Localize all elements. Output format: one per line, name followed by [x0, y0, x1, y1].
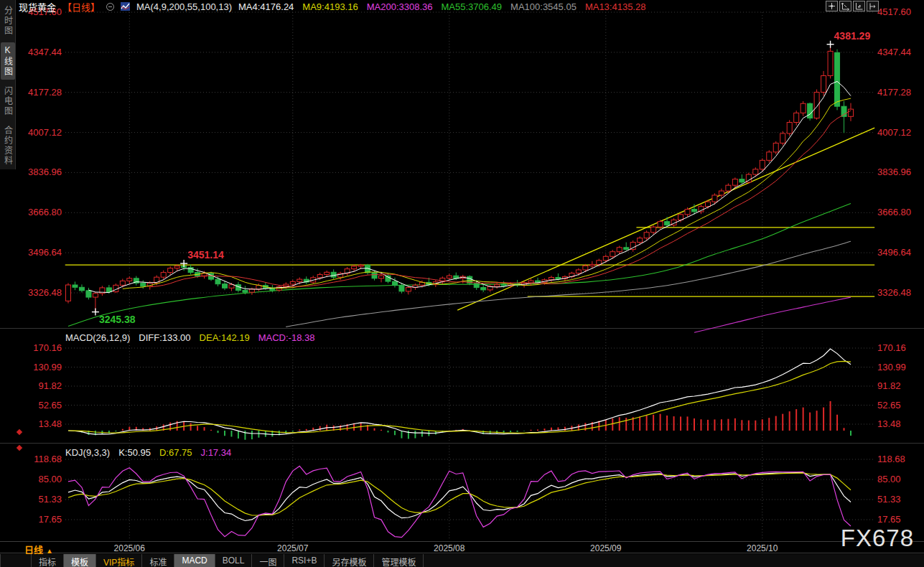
price-axis-label: 85.00 — [877, 474, 901, 484]
x-axis-label: 2025/06 — [104, 543, 154, 553]
ma-value-ma100: MA100:3545.05 — [510, 1, 577, 12]
candle — [589, 264, 594, 266]
axis-zoom-in-icon[interactable] — [839, 1, 851, 11]
candle — [576, 270, 581, 273]
tab-standard[interactable]: 标准 — [142, 554, 174, 567]
price-axis-label: 51.33 — [877, 494, 901, 505]
sidebar-item-contract-info[interactable]: 合约资料 — [1, 123, 15, 169]
candle — [161, 273, 166, 278]
crosshair-move-icon[interactable] — [826, 1, 838, 11]
candle — [243, 291, 248, 293]
candle — [597, 261, 602, 265]
price-axis-label: 85.00 — [38, 474, 62, 484]
tab-manage-template[interactable]: 管理模板 — [374, 554, 424, 567]
price-axis-label: 17.65 — [877, 514, 901, 525]
candle — [352, 266, 357, 269]
price-axis-label: 130.99 — [877, 362, 906, 372]
price-axis-label: 3326.48 — [28, 287, 62, 298]
tab-templates[interactable]: 模板 — [64, 554, 96, 567]
kline-icon — [121, 2, 130, 11]
candle — [712, 195, 717, 202]
candle — [808, 103, 813, 118]
candle — [624, 248, 629, 250]
sidebar-item-lightning-chart[interactable]: 闪电图 — [1, 83, 15, 119]
kdj-label-row: KDJ(9,3,3) K:50.95D:67.75J:17.34 — [65, 447, 231, 458]
candle — [726, 185, 731, 191]
candle — [386, 276, 391, 281]
tab-vip-indicators[interactable]: VIP指标 — [96, 554, 142, 567]
candle — [767, 152, 772, 160]
tab-save-template[interactable]: 另存模板 — [325, 554, 374, 567]
candle — [256, 286, 261, 289]
price-axis-label: 3836.96 — [877, 167, 911, 177]
candle — [794, 113, 799, 122]
candle — [317, 275, 322, 278]
tab-indicators[interactable]: 指标 — [31, 554, 64, 567]
ma4-line — [88, 81, 851, 292]
price-annotation: 4381.29 — [834, 30, 871, 42]
macd-dea-line — [68, 361, 851, 433]
candle — [753, 169, 758, 174]
candle — [780, 133, 785, 143]
ma-value-ma13: MA13:4135.28 — [585, 1, 646, 12]
price-annotation: 3245.38 — [99, 314, 136, 325]
candle — [658, 222, 663, 228]
collapse-icon[interactable] — [106, 3, 114, 11]
price-axis-label: 118.68 — [34, 454, 62, 464]
candle — [290, 281, 295, 284]
candle — [79, 287, 84, 291]
price-axis-label: 3666.80 — [877, 207, 911, 217]
tab-macd[interactable]: MACD — [174, 554, 215, 567]
candle — [447, 276, 452, 278]
tab-one-chart[interactable]: 一图 — [252, 554, 284, 567]
price-axis-label: 4517.60 — [877, 6, 911, 17]
candle — [120, 281, 125, 285]
candle — [841, 106, 846, 116]
candle — [556, 277, 561, 278]
candle — [215, 279, 220, 284]
candle — [760, 160, 765, 169]
candle — [685, 210, 690, 215]
candle — [481, 288, 486, 290]
ma-settings-label[interactable]: MA(4,9,200,55,100,13) — [136, 1, 232, 12]
candle — [583, 266, 588, 270]
price-axis-label: 170.16 — [877, 342, 906, 353]
symbol-title: 现货黄金 — [19, 0, 56, 14]
candle — [787, 122, 792, 133]
price-axis-label: 4007.12 — [28, 127, 62, 138]
candle — [610, 252, 615, 257]
candle — [638, 238, 643, 243]
axis-zoom-out-icon[interactable] — [853, 1, 865, 11]
chart-type-sidebar: 分时图K线图闪电图合约资料 — [0, 0, 16, 169]
ma100-line — [286, 241, 851, 327]
chart-toolbar — [826, 1, 879, 11]
chart-canvas[interactable]: 4517.604517.604347.444347.444177.284177.… — [0, 0, 924, 567]
price-axis-label: 51.33 — [38, 494, 62, 505]
price-annotation: 3451.14 — [187, 249, 224, 261]
candle — [73, 285, 78, 287]
candle — [773, 143, 778, 151]
price-axis-label: 3496.64 — [28, 247, 62, 258]
kdj-params-label[interactable]: KDJ(9,3,3) — [65, 447, 110, 458]
price-axis-label: 52.65 — [877, 400, 901, 411]
candle — [835, 52, 840, 106]
candle — [495, 284, 500, 286]
candle — [106, 288, 111, 292]
price-axis-label: 170.16 — [33, 342, 62, 353]
ma-value-ma9: MA9:4193.16 — [302, 1, 358, 12]
price-axis-label: 4347.44 — [877, 47, 911, 57]
candle — [86, 291, 91, 297]
price-axis-label: 3496.64 — [877, 247, 911, 258]
sidebar-item-kline-chart[interactable]: K线图 — [1, 42, 15, 80]
macd-params-label[interactable]: MACD(26,12,9) — [65, 332, 130, 343]
candle — [66, 285, 71, 301]
price-axis-label: 52.65 — [38, 400, 62, 411]
pan-right-icon[interactable] — [867, 1, 879, 11]
ma200-line — [694, 297, 851, 332]
sidebar-item-timeshare-chart[interactable]: 分时图 — [1, 3, 15, 39]
tab-boll[interactable]: BOLL — [215, 554, 253, 567]
price-axis-label: 3666.80 — [28, 207, 62, 217]
macd-value-dea: DEA:142.19 — [200, 332, 250, 343]
price-axis-label: 4177.28 — [877, 87, 911, 98]
tab-rsi-b[interactable]: RSI+B — [284, 554, 325, 567]
